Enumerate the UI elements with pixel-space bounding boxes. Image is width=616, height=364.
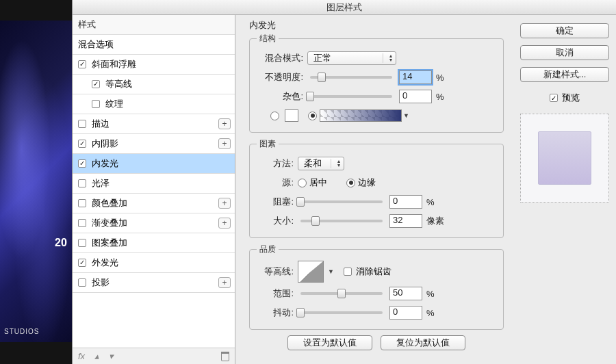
quality-group: 品质 等高线: ▼ 消除锯齿 范围: 50 % 抖动:	[249, 244, 504, 330]
style-texture[interactable]: 纹理	[73, 94, 235, 114]
noise-input[interactable]: 0	[399, 90, 432, 103]
opacity-unit: %	[436, 73, 444, 83]
range-unit: %	[426, 289, 435, 299]
source-label: 源:	[257, 177, 294, 189]
method-label: 方法:	[257, 157, 294, 170]
choke-slider[interactable]	[300, 200, 383, 203]
styles-sidebar: 样式 混合选项 斜面和浮雕 等高线 纹理 描边+ 内阴影+ 内发光 光泽 颜色叠…	[73, 15, 235, 364]
noise-label: 杂色:	[257, 90, 303, 103]
reset-default-button[interactable]: 复位为默认值	[381, 335, 465, 350]
choke-unit: %	[426, 197, 435, 207]
checkbox-icon[interactable]	[78, 179, 86, 187]
checkbox-icon[interactable]	[78, 60, 86, 68]
size-slider[interactable]	[300, 220, 383, 222]
dialog-title: 图层样式	[73, 0, 616, 15]
chevron-down-icon[interactable]: ▼	[328, 268, 334, 275]
elements-group: 图素 方法: 柔和▴▾ 源: 居中 边缘 阻塞: 0 %	[249, 138, 504, 238]
size-input[interactable]: 32	[389, 214, 422, 228]
antialias-label: 消除锯齿	[356, 265, 392, 278]
preview-label: 预览	[562, 92, 580, 104]
jitter-input[interactable]: 0	[389, 306, 422, 320]
gradient-preview[interactable]	[320, 109, 402, 122]
blend-mode-select[interactable]: 正常▴▾	[307, 51, 396, 65]
style-pattern-overlay[interactable]: 图案叠加	[73, 233, 235, 253]
quality-legend: 品质	[257, 244, 279, 255]
antialias-checkbox[interactable]	[344, 268, 352, 276]
color-radio[interactable]	[270, 112, 279, 120]
styles-footer: fx ▴ ▾	[73, 348, 235, 364]
style-color-overlay[interactable]: 颜色叠加+	[73, 194, 235, 213]
styles-header[interactable]: 样式	[73, 15, 235, 35]
dialog-buttons: 确定 取消 新建样式... ✓ 预览	[513, 15, 616, 364]
checkbox-icon[interactable]	[92, 100, 100, 108]
checkbox-icon[interactable]	[78, 278, 86, 287]
source-edge-radio[interactable]	[346, 179, 355, 187]
choke-label: 阻塞:	[257, 196, 294, 208]
cancel-button[interactable]: 取消	[520, 45, 609, 60]
style-stroke[interactable]: 描边+	[73, 114, 235, 134]
up-arrow-icon[interactable]: ▴	[94, 351, 99, 361]
chevron-down-icon[interactable]: ▼	[403, 112, 409, 119]
contour-picker[interactable]	[298, 261, 324, 283]
opacity-label: 不透明度:	[257, 71, 303, 83]
style-inner-glow[interactable]: 内发光	[73, 154, 235, 174]
checkbox-icon[interactable]	[78, 140, 86, 148]
preview-swatch	[538, 131, 591, 185]
color-swatch[interactable]	[285, 109, 298, 122]
opacity-input[interactable]: 14	[399, 70, 432, 84]
jitter-slider[interactable]	[300, 311, 383, 314]
add-instance-button[interactable]: +	[218, 138, 231, 149]
ok-button[interactable]: 确定	[520, 23, 609, 38]
add-instance-button[interactable]: +	[218, 118, 231, 129]
style-bevel[interactable]: 斜面和浮雕	[73, 55, 235, 75]
checkbox-icon[interactable]	[78, 259, 86, 267]
preview-area	[520, 114, 609, 203]
size-unit: 像素	[426, 215, 444, 227]
range-slider[interactable]	[300, 292, 383, 295]
source-center-label: 居中	[309, 177, 327, 189]
add-instance-button[interactable]: +	[218, 198, 231, 209]
settings-panel: 内发光 结构 混合模式: 正常▴▾ 不透明度: 14 % 杂色: 0 %	[235, 15, 513, 364]
elements-legend: 图素	[257, 138, 279, 150]
set-default-button[interactable]: 设置为默认值	[287, 335, 372, 350]
style-inner-shadow[interactable]: 内阴影+	[73, 134, 235, 154]
opacity-slider[interactable]	[310, 76, 392, 79]
canvas-studio: STUDIOS	[4, 328, 39, 335]
checkbox-icon[interactable]	[78, 219, 86, 227]
style-gradient-overlay[interactable]: 渐变叠加+	[73, 213, 235, 233]
add-instance-button[interactable]: +	[218, 277, 231, 288]
trash-icon[interactable]	[221, 352, 229, 361]
jitter-unit: %	[426, 308, 435, 318]
style-drop-shadow[interactable]: 投影+	[73, 273, 235, 293]
blend-mode-label: 混合模式:	[257, 52, 303, 64]
style-satin[interactable]: 光泽	[73, 174, 235, 194]
panel-title: 内发光	[249, 19, 504, 31]
canvas-thumbnail: 20 STUDIOS	[0, 21, 72, 342]
style-outer-glow[interactable]: 外发光	[73, 253, 235, 273]
checkbox-icon[interactable]	[78, 239, 86, 247]
new-style-button[interactable]: 新建样式...	[520, 67, 609, 82]
checkbox-icon[interactable]	[78, 159, 86, 168]
noise-slider[interactable]	[310, 95, 392, 98]
jitter-label: 抖动:	[257, 307, 294, 319]
method-select[interactable]: 柔和▴▾	[298, 157, 344, 170]
range-input[interactable]: 50	[389, 287, 422, 300]
checkbox-icon[interactable]	[78, 120, 86, 128]
down-arrow-icon[interactable]: ▾	[109, 351, 114, 361]
structure-legend: 结构	[257, 33, 279, 44]
choke-input[interactable]: 0	[389, 195, 422, 209]
checkbox-icon[interactable]	[78, 199, 86, 207]
add-instance-button[interactable]: +	[218, 218, 231, 229]
gradient-radio[interactable]	[308, 112, 317, 120]
source-center-radio[interactable]	[298, 179, 307, 187]
style-contour[interactable]: 等高线	[73, 75, 235, 94]
range-label: 范围:	[257, 287, 294, 300]
canvas-year: 20	[55, 237, 67, 249]
contour-label: 等高线:	[257, 265, 294, 278]
noise-unit: %	[436, 92, 444, 102]
preview-checkbox[interactable]: ✓	[550, 94, 558, 102]
checkbox-icon[interactable]	[92, 80, 100, 88]
source-edge-label: 边缘	[358, 177, 376, 189]
blend-options-row[interactable]: 混合选项	[73, 35, 235, 55]
fx-icon[interactable]: fx	[78, 351, 85, 361]
